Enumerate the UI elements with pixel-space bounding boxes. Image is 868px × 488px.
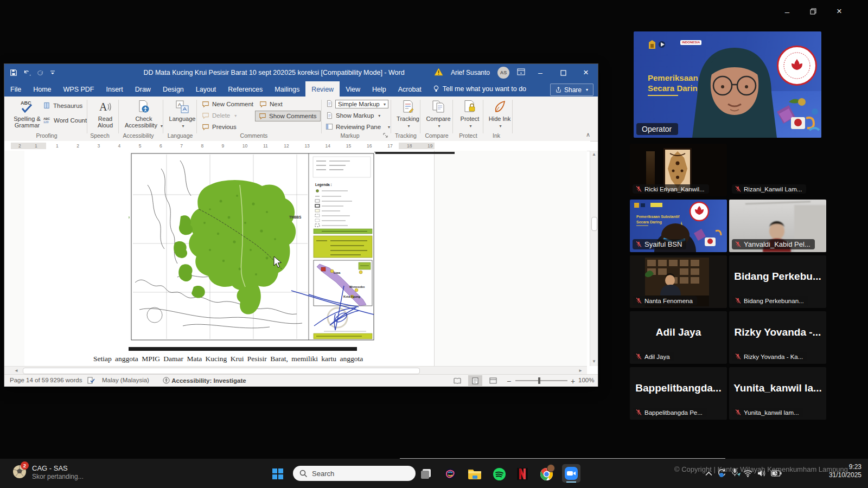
tracking-button[interactable]: Tracking▾: [394, 98, 422, 131]
participant-tile[interactable]: Pemeriksaan Substantif Secara Daring Sya…: [630, 200, 727, 252]
avatar[interactable]: AS: [497, 67, 509, 79]
redo-button[interactable]: [37, 69, 44, 76]
participant-tile[interactable]: Rizky Yovanda -... Rizky Yovanda - Ka...: [729, 311, 826, 364]
print-layout-button[interactable]: [468, 375, 482, 386]
close-button[interactable]: ×: [578, 64, 593, 81]
participant-tile[interactable]: Yunita_kanwil la... Yunita_kanwil lam...: [729, 367, 826, 420]
word-count-button[interactable]: ABC123 Word Count: [43, 117, 87, 124]
spelling-grammar-button[interactable]: ABC Spelling & Grammar: [10, 98, 44, 130]
zoom-slider-thumb[interactable]: [538, 377, 540, 384]
mic-muted-icon: [735, 185, 742, 192]
language-button[interactable]: A Language▾: [167, 98, 198, 131]
vertical-scroll-thumb[interactable]: [591, 217, 597, 231]
undo-button[interactable]: [23, 69, 31, 76]
customize-qat-button[interactable]: [50, 70, 55, 75]
tab-view[interactable]: View: [340, 81, 366, 97]
zoom-in-button[interactable]: +: [571, 377, 575, 386]
netflix-icon[interactable]: [514, 466, 531, 482]
scroll-down-button[interactable]: ▼: [590, 359, 598, 364]
file-explorer-icon[interactable]: [467, 466, 483, 482]
account-name[interactable]: Arief Susanto: [451, 69, 490, 76]
delete-comment-button[interactable]: Delete▾: [202, 112, 237, 119]
zoom-app-icon[interactable]: [562, 464, 580, 483]
status-page[interactable]: Page 14 of 59: [10, 377, 49, 383]
tab-mailings[interactable]: Mailings: [269, 81, 305, 97]
protect-button[interactable]: Protect▾: [456, 98, 484, 131]
start-button[interactable]: [270, 466, 286, 482]
participant-tile[interactable]: Adil Jaya Adil Jaya: [630, 311, 727, 364]
next-comment-button[interactable]: Next: [259, 100, 283, 108]
collapse-ribbon-button[interactable]: ∧: [586, 131, 590, 138]
language-icon: A: [175, 100, 189, 114]
thesaurus-button[interactable]: Thesaurus: [43, 102, 82, 109]
participant-display-name: Yunita_kanwil la...: [729, 382, 826, 394]
tab-help[interactable]: Help: [366, 81, 392, 97]
tab-review[interactable]: Review: [305, 81, 340, 97]
check-accessibility-button[interactable]: Check Accessibility ▾: [123, 98, 165, 131]
tab-references[interactable]: References: [222, 81, 269, 97]
tab-layout[interactable]: Layout: [190, 81, 222, 97]
chrome-icon[interactable]: [538, 466, 554, 482]
participant-tile[interactable]: Bidang Perkebu... Bidang Perkebunan...: [729, 255, 826, 308]
tab-acrobat[interactable]: Acrobat: [392, 81, 427, 97]
ribbon-separator: [483, 100, 483, 133]
read-aloud-button[interactable]: A Read Aloud: [90, 98, 120, 130]
web-layout-button[interactable]: [486, 375, 500, 386]
vertical-scrollbar[interactable]: ▲ ▼: [590, 151, 598, 366]
task-view-button[interactable]: [418, 466, 434, 482]
thesaurus-icon: [43, 102, 50, 109]
horizontal-ruler[interactable]: 21 1234567891011121314151617 1819: [4, 141, 590, 151]
copilot-icon[interactable]: [442, 466, 458, 482]
zoom-minimize-button[interactable]: –: [780, 5, 794, 17]
read-mode-button[interactable]: [450, 375, 464, 386]
zoom-percentage[interactable]: 100%: [578, 377, 594, 383]
zoom-close-button[interactable]: ×: [832, 5, 846, 17]
status-words[interactable]: 9296 words: [50, 377, 82, 383]
zoom-out-button[interactable]: −: [507, 377, 511, 386]
tab-wps-pdf[interactable]: WPS PDF: [58, 81, 100, 97]
notification-toast[interactable]: 2 CAG - SAS Skor pertanding...: [12, 464, 84, 481]
zoom-slider-track[interactable]: [515, 380, 567, 381]
group-label-language: Language: [163, 132, 197, 139]
search-input[interactable]: Search: [293, 466, 416, 481]
participant-tile[interactable]: Nanta Fenomena: [630, 255, 727, 308]
main-speaker-tile[interactable]: INDONESIA Pemeriksaan Substantif Secara …: [634, 31, 821, 138]
show-comments-button[interactable]: Show Comments: [255, 111, 321, 121]
zoom-restore-button[interactable]: [806, 5, 820, 17]
tab-insert[interactable]: Insert: [100, 81, 129, 97]
horizontal-scrollbar[interactable]: ◄ ►: [4, 366, 587, 375]
participant-tile[interactable]: Bappelitbangda... Bappelitbangda Pe...: [630, 367, 727, 420]
reviewing-pane-button[interactable]: Reviewing Pane▾: [326, 123, 390, 131]
markup-dialog-launcher[interactable]: [383, 133, 388, 138]
proofing-status-icon[interactable]: [87, 377, 95, 385]
maximize-button[interactable]: [556, 64, 571, 81]
document-canvas[interactable]: TNBBS Legenda :: [4, 151, 587, 366]
scroll-up-button[interactable]: ▲: [590, 152, 598, 157]
hide-ink-button[interactable]: Hide Ink ▾: [486, 98, 513, 131]
warning-icon[interactable]: [434, 68, 443, 78]
tab-home[interactable]: Home: [27, 81, 57, 97]
horizontal-scroll-thumb[interactable]: [23, 368, 420, 374]
participant-tile[interactable]: Yanvaldi_Kabid Pel...: [729, 200, 826, 252]
tab-draw[interactable]: Draw: [129, 81, 157, 97]
participant-tile[interactable]: Ricki Eriyan_Kanwil...: [630, 144, 727, 196]
share-button[interactable]: Share▾: [550, 84, 593, 96]
tell-me-box[interactable]: Tell me what you want to do: [427, 81, 532, 97]
new-comment-button[interactable]: New Comment: [202, 100, 253, 108]
tab-file[interactable]: File: [4, 81, 27, 97]
tab-design[interactable]: Design: [157, 81, 190, 97]
spotify-icon[interactable]: [491, 466, 507, 482]
status-language[interactable]: Malay (Malaysia): [102, 377, 149, 383]
status-accessibility[interactable]: Accessibility: Investigate: [163, 377, 246, 384]
scroll-left-button[interactable]: ◄: [14, 368, 18, 373]
map-figure[interactable]: TNBBS Legenda :: [129, 152, 375, 341]
participant-tile[interactable]: Rizani_Kanwil Lam...: [729, 144, 826, 196]
minimize-button[interactable]: –: [533, 64, 548, 81]
show-markup-button[interactable]: Show Markup▾: [326, 112, 380, 119]
ribbon-display-options-icon[interactable]: [517, 68, 525, 77]
compare-button[interactable]: Compare▾: [423, 98, 454, 131]
scroll-right-button[interactable]: ►: [578, 368, 583, 373]
save-icon[interactable]: [10, 69, 17, 76]
display-for-review-select[interactable]: Simple Markup▾: [335, 100, 388, 108]
previous-comment-button[interactable]: Previous: [202, 123, 237, 131]
